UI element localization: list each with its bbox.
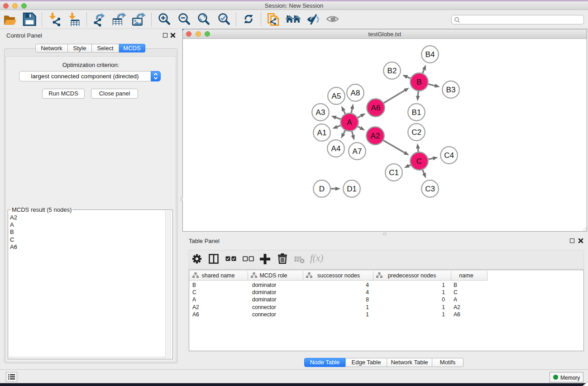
svg-text:A5: A5 — [332, 92, 341, 100]
svg-text:A: A — [347, 118, 352, 127]
svg-text:A7: A7 — [353, 147, 362, 156]
svg-text:B4: B4 — [425, 50, 435, 59]
svg-text:A1: A1 — [317, 129, 327, 137]
svg-text:C4: C4 — [444, 151, 454, 160]
svg-text:D: D — [319, 185, 325, 193]
svg-text:C2: C2 — [411, 128, 421, 137]
svg-text:B1: B1 — [412, 108, 421, 117]
svg-text:C1: C1 — [389, 168, 399, 177]
svg-text:A2: A2 — [371, 132, 380, 140]
svg-text:A4: A4 — [331, 144, 341, 153]
svg-text:A6: A6 — [371, 104, 381, 112]
svg-text:B: B — [416, 78, 421, 86]
svg-text:C3: C3 — [425, 185, 435, 193]
svg-text:A3: A3 — [316, 108, 325, 117]
svg-text:B2: B2 — [387, 67, 397, 75]
svg-text:B3: B3 — [446, 86, 456, 94]
svg-text:D1: D1 — [347, 185, 357, 193]
svg-text:A8: A8 — [351, 89, 360, 97]
svg-text:C: C — [416, 157, 422, 166]
